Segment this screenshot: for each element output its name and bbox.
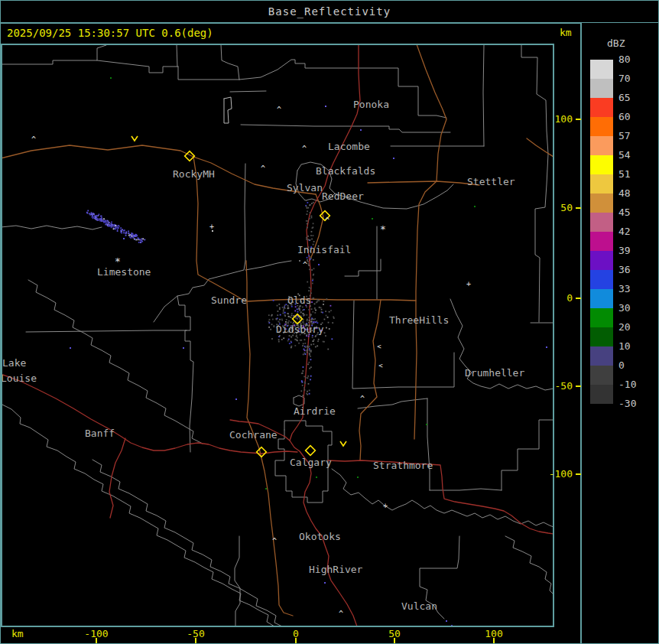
city-label-louise: Louise: [1, 372, 37, 384]
echo-speckle: [271, 324, 273, 325]
echo-speckle: [313, 340, 314, 342]
echo-speckle: [309, 393, 310, 395]
county-boundary-line: [221, 44, 239, 80]
radar-site-diamond-icon: [185, 151, 195, 161]
echo-speckle: [306, 239, 307, 240]
echo-dot: [474, 206, 476, 207]
echo-speckle: [312, 280, 313, 281]
echo-speckle: [103, 221, 105, 223]
echo-speckle: [314, 318, 316, 320]
echo-speckle: [284, 304, 286, 306]
city-label-limestone: Limestone: [97, 266, 151, 278]
echo-speckle: [304, 376, 305, 377]
echo-speckle: [307, 350, 308, 351]
echo-speckle: [268, 314, 270, 316]
right-axis-tick-label: 0: [536, 292, 573, 304]
bottom-axis-tick: [96, 638, 97, 643]
city-label-innisfail: Innisfail: [297, 244, 351, 255]
county-boundary-line: [345, 259, 381, 276]
echo-speckle: [307, 223, 308, 225]
echo-speckle: [279, 319, 281, 320]
county-boundary-line: [245, 261, 291, 270]
echo-speckle: [291, 336, 292, 337]
echo-speckle: [310, 212, 311, 213]
echo-speckle: [300, 340, 302, 341]
echo-speckle: [268, 327, 270, 328]
echo-speckle: [315, 310, 317, 311]
echo-speckle: [304, 389, 305, 391]
echo-speckle: [291, 321, 292, 323]
dbz-legend-panel: dBZ 807065605754514845423936333020100-10…: [582, 23, 659, 644]
primary-highway-line: [328, 460, 553, 534]
echo-speckle: [306, 237, 307, 239]
legend-value-label: 51: [618, 168, 631, 180]
radar-site-diamond-icon: [306, 446, 316, 456]
caret-marker-icon: ^: [303, 261, 307, 269]
echo-speckle: [312, 318, 313, 320]
echo-speckle: [300, 312, 302, 314]
echo-speckle: [306, 220, 307, 222]
legend-color-block: [590, 289, 613, 308]
echo-speckle: [308, 362, 310, 363]
echo-speckle: [144, 239, 145, 241]
echo-speckle: [291, 342, 292, 343]
city-label-threehills: ThreeHills: [389, 314, 449, 326]
echo-speckle: [326, 315, 327, 317]
echo-speckle: [307, 202, 308, 203]
secondary-highway-line: [359, 300, 381, 460]
arrow-marker-icon: <: [377, 343, 381, 350]
echo-speckle: [309, 239, 310, 241]
echo-speckle: [310, 259, 311, 260]
echo-speckle: [289, 335, 291, 337]
echo-speckle: [311, 269, 313, 271]
echo-speckle: [327, 349, 329, 350]
echo-speckle: [135, 239, 136, 240]
echo-speckle: [304, 353, 306, 355]
echo-speckle: [101, 219, 102, 220]
arrow-marker-icon: <: [378, 362, 383, 369]
echo-speckle: [288, 320, 290, 322]
echo-speckle: [307, 346, 308, 348]
echo-speckle: [285, 321, 287, 323]
echo-speckle: [307, 207, 309, 209]
city-label-strathmore: Strathmore: [373, 460, 433, 471]
echo-speckle: [278, 339, 280, 340]
echo-speckle: [286, 319, 287, 320]
radar-map-canvas[interactable]: ^^^^^^^^^<<**+++PonokaLacombeBlackfaldsS…: [1, 1, 659, 644]
county-boundary-line: [245, 164, 245, 261]
echo-speckle: [94, 218, 96, 220]
echo-speckle: [107, 223, 109, 224]
echo-speckle: [280, 314, 281, 316]
caret-marker-icon: ^: [277, 106, 281, 114]
echo-speckle: [128, 235, 130, 236]
echo-speckle: [313, 268, 315, 269]
echo-speckle: [311, 231, 313, 233]
echo-speckle: [310, 366, 312, 368]
echo-dot: [70, 347, 71, 349]
plus-marker-icon: +: [383, 502, 388, 510]
echo-speckle: [302, 370, 304, 372]
echo-speckle: [313, 202, 314, 203]
echo-speckle: [299, 308, 300, 310]
echo-speckle: [325, 311, 326, 312]
legend-value-label: 39: [618, 245, 631, 256]
echo-speckle: [297, 337, 298, 339]
primary-highway-line: [1, 374, 297, 454]
echo-speckle: [106, 224, 108, 226]
echo-speckle: [115, 225, 116, 226]
echo-speckle: [309, 256, 310, 258]
echo-speckle: [309, 268, 310, 270]
legend-value-label: 30: [618, 302, 631, 314]
echo-speckle: [301, 380, 303, 382]
echo-speckle: [333, 317, 335, 319]
echo-speckle: [324, 332, 326, 333]
echo-speckle: [135, 234, 137, 236]
echo-speckle: [108, 221, 109, 223]
echo-speckle: [89, 214, 91, 216]
echo-speckle: [118, 225, 119, 226]
echo-dot: [426, 424, 427, 425]
echo-speckle: [323, 304, 324, 305]
echo-speckle: [331, 338, 333, 340]
right-axis-tick: [576, 298, 581, 299]
county-boundary-line: [235, 536, 240, 626]
